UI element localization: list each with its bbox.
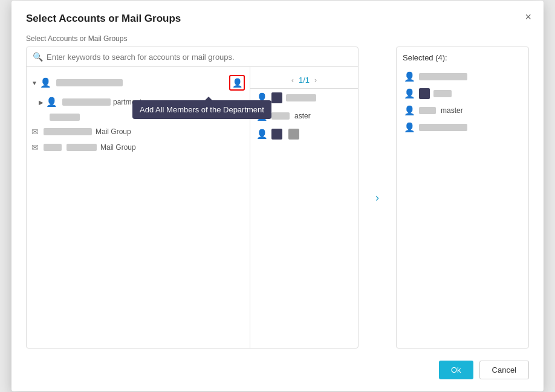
member-row-2[interactable]: 👤 aster bbox=[250, 107, 358, 125]
close-button[interactable]: × bbox=[525, 11, 531, 22]
mail-group-label-blur-1 bbox=[44, 128, 92, 135]
selected-user-icon-4: 👤 bbox=[404, 122, 415, 133]
ok-button[interactable]: Ok bbox=[439, 361, 473, 379]
left-panel: 🔍 ▼ 👤 👤 bbox=[26, 47, 359, 349]
mail-group-label-blur-2a bbox=[44, 144, 62, 151]
mail-group-text-2: Mail Group bbox=[100, 143, 136, 152]
member-avatar-gray-3 bbox=[288, 129, 299, 140]
selected-item-3: 👤 master bbox=[403, 102, 522, 119]
selected-label-2 bbox=[433, 90, 452, 97]
member-text-2: aster bbox=[294, 112, 311, 120]
root-node-label bbox=[56, 79, 123, 86]
collapse-icon[interactable]: ▼ bbox=[31, 80, 37, 86]
member-avatar-dark-3 bbox=[271, 129, 282, 140]
mail-group-icon-2: ✉ bbox=[31, 143, 39, 152]
search-input[interactable] bbox=[47, 53, 352, 62]
mail-group-1[interactable]: ✉ Mail Group bbox=[27, 124, 250, 140]
mail-group-text-1: Mail Group bbox=[96, 127, 131, 136]
selected-label-4 bbox=[419, 124, 467, 131]
selected-label-1 bbox=[419, 73, 467, 80]
sub-label bbox=[50, 114, 80, 121]
dialog: Select Accounts or Mail Groups × Select … bbox=[11, 1, 544, 391]
mail-group-icon-1: ✉ bbox=[31, 127, 39, 137]
member-row-3[interactable]: 👤 bbox=[250, 125, 358, 143]
dept-sub-node: ▶ 👤 partment bbox=[27, 94, 250, 111]
selected-user-icon-3: 👤 bbox=[404, 105, 415, 116]
member-user-icon-1: 👤 bbox=[256, 92, 268, 103]
selected-master-text: master bbox=[441, 106, 463, 115]
member-avatar-dark-1 bbox=[271, 92, 282, 103]
dept-icon: 👤 bbox=[46, 97, 57, 108]
dept-suffix: partment bbox=[113, 98, 141, 106]
selected-title: Selected (4): bbox=[403, 53, 522, 62]
pagination: ‹ 1/1 › bbox=[250, 72, 358, 89]
mail-group-2[interactable]: ✉ Mail Group bbox=[27, 140, 250, 155]
cancel-button[interactable]: Cancel bbox=[479, 361, 529, 379]
selected-user-icon-1: 👤 bbox=[404, 71, 415, 82]
selected-user-icon-2: 👤 bbox=[404, 88, 415, 99]
add-dept-icon: 👤 bbox=[232, 78, 242, 88]
member-user-icon-3: 👤 bbox=[256, 129, 268, 140]
add-all-dept-button[interactable]: 👤 bbox=[229, 75, 245, 91]
sub-node bbox=[27, 111, 250, 124]
add-to-selected-button[interactable]: › bbox=[368, 191, 386, 204]
member-row-1[interactable]: 👤 bbox=[250, 89, 358, 107]
prev-page-button[interactable]: ‹ bbox=[291, 76, 294, 85]
expand-icon[interactable]: ▶ bbox=[39, 99, 44, 106]
panel-label: Select Accounts or Mail Groups bbox=[26, 34, 529, 43]
search-box: 🔍 bbox=[27, 47, 358, 67]
content-area: 🔍 ▼ 👤 👤 bbox=[26, 47, 529, 349]
pagination-text: 1/1 bbox=[299, 76, 310, 85]
mail-group-label-blur-2b bbox=[67, 144, 97, 151]
next-page-button[interactable]: › bbox=[314, 76, 317, 85]
member-label-1 bbox=[286, 94, 316, 101]
right-panel: Selected (4): 👤 👤 👤 master 👤 bbox=[396, 47, 529, 349]
selected-item-1: 👤 bbox=[403, 68, 522, 85]
selected-label-3a bbox=[419, 107, 436, 114]
selected-item-4: 👤 bbox=[403, 119, 522, 136]
member-user-icon-2: 👤 bbox=[256, 111, 268, 121]
member-label-2a bbox=[271, 112, 290, 120]
dialog-title: Select Accounts or Mail Groups bbox=[26, 13, 529, 25]
tree-root-node: ▼ 👤 👤 bbox=[27, 72, 250, 94]
tree-right: ‹ 1/1 › 👤 👤 aster bbox=[250, 67, 358, 348]
selected-avatar-dark-2 bbox=[419, 88, 430, 99]
search-icon: 🔍 bbox=[33, 52, 43, 62]
tree-area: ▼ 👤 👤 ▶ 👤 partment bbox=[27, 67, 358, 348]
footer: Ok Cancel bbox=[26, 361, 529, 379]
selected-item-2: 👤 bbox=[403, 85, 522, 102]
tree-left: ▼ 👤 👤 ▶ 👤 partment bbox=[27, 67, 250, 348]
department-icon: 👤 bbox=[40, 77, 51, 88]
dept-label bbox=[62, 98, 111, 106]
